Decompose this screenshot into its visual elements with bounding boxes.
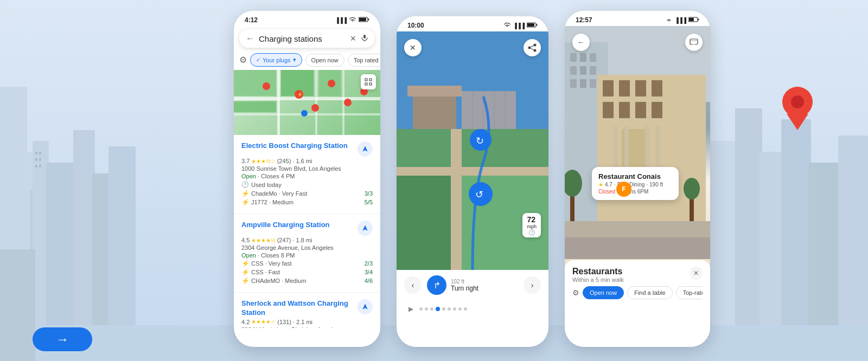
street-back-button[interactable]: ← <box>572 34 590 51</box>
nav-instruction: ↱ 102 ft Turn right <box>427 275 518 295</box>
nav-progress-row: ▶ <box>397 300 548 320</box>
signal-icon: ▐▐▐ <box>335 17 347 23</box>
svg-rect-80 <box>689 18 694 21</box>
nav-next-button[interactable]: › <box>524 276 541 294</box>
svg-rect-87 <box>580 66 586 75</box>
street-view-area: ← Restaurant Conais ★ 4.7 · Fine Dining <box>565 26 710 281</box>
result-rating-3: 4.2 ★★★★☆ (131) · 2.1 mi <box>241 319 373 325</box>
stars-1: ★★★½☆ <box>251 158 275 164</box>
nav-dot-9 <box>464 307 467 311</box>
nav-share-button[interactable] <box>524 39 541 56</box>
phone-navigation: 10:00 ▐▐▐ <box>397 16 548 347</box>
nav-play-button[interactable]: ▶ <box>404 302 417 315</box>
svg-rect-100 <box>652 102 662 118</box>
svg-point-73 <box>534 44 537 47</box>
phone-street-view: 12:57 ▐▐▐ <box>565 11 710 347</box>
result-nav-btn-2[interactable] <box>358 221 373 236</box>
result-item-2[interactable]: Ampville Charging Station 4.5 ★★★★½ (247… <box>234 214 380 293</box>
panel-close-button[interactable]: ✕ <box>690 267 703 280</box>
panel-find-table-filter[interactable]: Find a table <box>627 286 672 299</box>
svg-rect-105 <box>645 126 649 167</box>
open-now-filter[interactable]: Open now <box>305 54 344 67</box>
svg-rect-57 <box>413 96 456 129</box>
svg-rect-14 <box>35 152 37 154</box>
nav-dot-3 <box>430 307 433 311</box>
result-item-1[interactable]: Electric Boost Charging Station 3.7 ★★★½… <box>234 135 380 214</box>
svg-rect-106 <box>656 126 660 167</box>
svg-rect-22 <box>0 249 35 361</box>
street-view-svg <box>565 26 710 259</box>
restaurants-panel: Restaurants Within a 5 min walk ✕ ⚙ Open… <box>565 260 710 347</box>
result-rating-2: 4.5 ★★★★½ (247) · 1.8 mi <box>241 237 373 243</box>
map-background: ⚡ <box>234 70 380 135</box>
svg-rect-28 <box>359 18 366 21</box>
panel-filters: ⚙ Open now Find a table Top-rated More <box>572 286 703 299</box>
svg-rect-48 <box>365 79 367 81</box>
result-name-3: Sherlock and Wattson Charging Station <box>241 299 353 318</box>
svg-rect-51 <box>369 83 372 85</box>
time-2: 10:00 <box>407 22 424 29</box>
result-name-1: Electric Boost Charging Station <box>241 141 353 151</box>
svg-text:⚡: ⚡ <box>297 92 303 97</box>
battery-icon-2 <box>527 22 538 29</box>
panel-open-now-filter[interactable]: Open now <box>583 286 624 299</box>
map-area[interactable]: ⚡ <box>234 70 380 135</box>
svg-rect-50 <box>365 83 367 85</box>
street-message-button[interactable] <box>685 34 703 51</box>
svg-rect-65 <box>451 129 462 270</box>
result-address-1: 1000 Sunrise Town Blvd, Los Angeles <box>241 165 373 172</box>
nav-dot-4 <box>436 307 440 311</box>
charger-row-2b: ⚡ CSS · Fast 3/4 <box>241 268 373 276</box>
panel-title: Restaurants <box>572 267 624 276</box>
mic-button[interactable] <box>361 34 368 43</box>
charger-row-1a: ⚡ ChadeMo · Very Fast 3/3 <box>241 190 373 197</box>
nav-dot-5 <box>442 307 445 311</box>
svg-rect-103 <box>614 126 618 167</box>
result-nav-btn-3[interactable] <box>358 299 373 314</box>
stars-2: ★★★★½ <box>251 237 275 243</box>
restaurant-name: Restaurant Conais <box>598 172 672 181</box>
result-address-2: 2304 George Avenue, Los Angeles <box>241 244 373 251</box>
svg-point-111 <box>684 178 700 199</box>
back-button[interactable]: ← <box>246 34 254 43</box>
svg-rect-113 <box>690 39 698 44</box>
svg-line-76 <box>531 46 534 47</box>
nav-instruction-text: Turn right <box>451 285 478 292</box>
svg-rect-94 <box>619 80 630 96</box>
nav-prev-button[interactable]: ‹ <box>404 276 422 294</box>
svg-point-75 <box>534 49 537 52</box>
panel-top-rated-filter[interactable]: Top-rated <box>676 286 703 299</box>
panel-subtitle: Within a 5 min walk <box>572 276 624 283</box>
svg-rect-99 <box>635 102 646 118</box>
battery-icon <box>359 17 369 23</box>
restaurant-card[interactable]: Restaurant Conais ★ 4.7 · Fine Dining · … <box>592 167 679 200</box>
status-icons-1: ▐▐▐ <box>335 17 369 23</box>
top-rated-filter[interactable]: Top rated <box>348 54 380 67</box>
charger-row-2a: ⚡ CSS · Very fast 2/3 <box>241 260 373 267</box>
result-nav-btn-1[interactable] <box>358 141 373 157</box>
charger-row-1b: ⚡ J1772 · Medium 5/5 <box>241 198 373 206</box>
result-item-3[interactable]: Sherlock and Wattson Charging Station 4.… <box>234 293 380 328</box>
svg-rect-33 <box>277 70 280 135</box>
svg-rect-96 <box>652 80 662 96</box>
result-name-2: Ampville Charging Station <box>241 221 353 230</box>
result-status-2: Open · Closes 8 PM <box>241 252 373 259</box>
svg-rect-17 <box>39 158 41 161</box>
nav-dot-6 <box>448 307 451 311</box>
search-bar[interactable]: ← Charging stations ✕ <box>239 29 375 48</box>
panel-header: Restaurants Within a 5 min walk ✕ <box>572 267 703 283</box>
clear-button[interactable]: ✕ <box>350 34 356 43</box>
svg-point-46 <box>311 104 319 112</box>
user-avatar: F <box>616 182 631 197</box>
tune-icon[interactable]: ⚙ <box>239 55 247 65</box>
svg-rect-86 <box>570 66 577 75</box>
map-expand-button[interactable] <box>361 74 376 89</box>
svg-rect-49 <box>369 79 372 81</box>
nav-close-button[interactable]: ✕ <box>404 39 422 56</box>
panel-tune-icon[interactable]: ⚙ <box>572 288 579 297</box>
nav-dot-7 <box>453 307 456 311</box>
nav-dot-2 <box>425 307 428 311</box>
nav-dot-1 <box>419 307 423 311</box>
svg-rect-91 <box>590 79 596 88</box>
your-plugs-filter[interactable]: ✓ Your plugs ▾ <box>250 53 302 67</box>
